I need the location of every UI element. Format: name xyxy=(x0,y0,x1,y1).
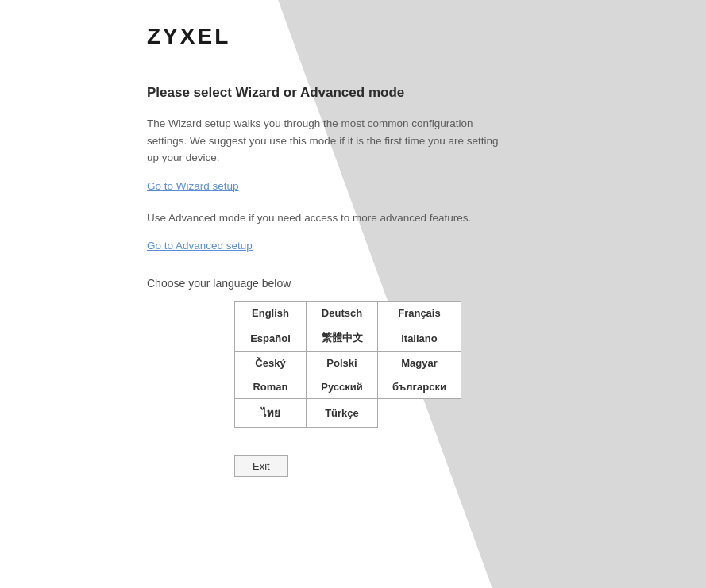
language-option[interactable]: Español xyxy=(235,325,307,352)
language-option[interactable]: Polski xyxy=(307,352,378,375)
language-option[interactable]: Český xyxy=(235,352,307,375)
language-section: Choose your language below EnglishDeutsc… xyxy=(147,277,556,428)
language-option[interactable]: Русский xyxy=(307,375,378,399)
language-option[interactable]: 繁體中文 xyxy=(307,325,378,352)
language-option[interactable]: Roman xyxy=(235,375,307,399)
language-option[interactable]: Türkçe xyxy=(307,399,378,428)
language-option[interactable]: Deutsch xyxy=(307,302,378,325)
main-content: ZYXEL Please select Wizard or Advanced m… xyxy=(0,0,556,477)
exit-button[interactable]: Exit xyxy=(234,455,288,477)
language-option[interactable]: Magyar xyxy=(378,352,461,375)
page-title: Please select Wizard or Advanced mode xyxy=(147,85,556,101)
zyxel-logo: ZYXEL xyxy=(147,24,556,49)
language-option[interactable] xyxy=(378,399,461,428)
exit-section: Exit xyxy=(234,455,556,477)
advanced-description: Use Advanced mode if you need access to … xyxy=(147,209,512,227)
language-option[interactable]: български xyxy=(378,375,461,399)
language-title: Choose your language below xyxy=(147,277,556,290)
language-option[interactable]: ไทย xyxy=(235,399,307,428)
language-option[interactable]: Italiano xyxy=(378,325,461,352)
language-table: EnglishDeutschFrançaisEspañol繁體中文Italian… xyxy=(234,301,461,428)
language-option[interactable]: English xyxy=(235,302,307,325)
language-option[interactable]: Français xyxy=(378,302,461,325)
go-to-advanced-link[interactable]: Go to Advanced setup xyxy=(147,240,253,252)
go-to-wizard-link[interactable]: Go to Wizard setup xyxy=(147,180,239,192)
wizard-description: The Wizard setup walks you through the m… xyxy=(147,115,512,167)
